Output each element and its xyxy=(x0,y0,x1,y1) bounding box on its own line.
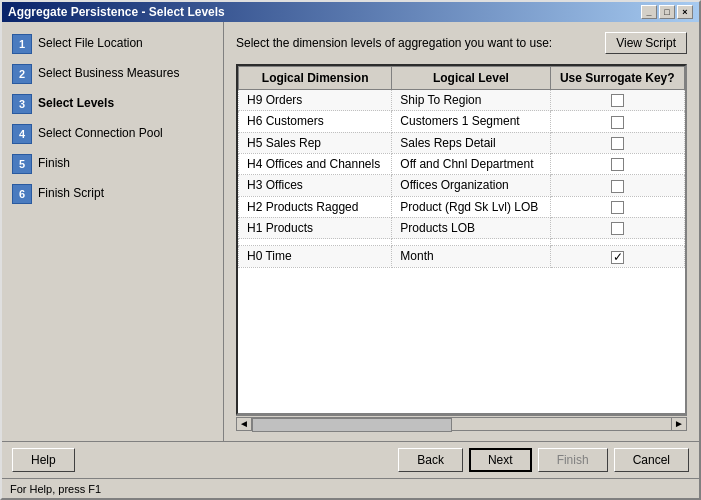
main-header: Select the dimension levels of aggregati… xyxy=(236,32,687,54)
back-button[interactable]: Back xyxy=(398,448,463,472)
table-header: Logical Dimension Logical Level Use Surr… xyxy=(239,67,685,90)
surrogate-key-cell[interactable] xyxy=(550,175,684,196)
sidebar-step-5[interactable]: 5Finish xyxy=(8,150,217,178)
sidebar: 1Select File Location2Select Business Me… xyxy=(2,22,224,441)
instruction-text: Select the dimension levels of aggregati… xyxy=(236,36,552,50)
sidebar-step-6[interactable]: 6Finish Script xyxy=(8,180,217,208)
surrogate-key-cell[interactable] xyxy=(550,246,684,267)
surrogate-key-cell[interactable] xyxy=(550,90,684,111)
level-cell: Off and Chnl Department xyxy=(392,153,550,174)
scroll-right-button[interactable]: ► xyxy=(671,417,687,431)
col-logical-level: Logical Level xyxy=(392,67,550,90)
table-row: H5 Sales RepSales Reps Detail xyxy=(239,132,685,153)
step-number-1: 1 xyxy=(12,34,32,54)
cancel-button[interactable]: Cancel xyxy=(614,448,689,472)
surrogate-key-checkbox[interactable] xyxy=(611,94,624,107)
table-row xyxy=(239,239,685,246)
surrogate-key-cell[interactable] xyxy=(550,111,684,132)
step-label-5: Finish xyxy=(38,154,70,172)
surrogate-key-cell[interactable] xyxy=(550,153,684,174)
maximize-button[interactable]: □ xyxy=(659,5,675,19)
dimension-cell: H6 Customers xyxy=(239,111,392,132)
dimension-cell: H2 Products Ragged xyxy=(239,196,392,217)
finish-button[interactable]: Finish xyxy=(538,448,608,472)
scroll-track[interactable] xyxy=(252,417,671,431)
table-body: H9 OrdersShip To RegionH6 CustomersCusto… xyxy=(239,90,685,268)
surrogate-key-cell[interactable] xyxy=(550,132,684,153)
help-button[interactable]: Help xyxy=(12,448,75,472)
table-row: H3 OfficesOffices Organization xyxy=(239,175,685,196)
sidebar-step-2[interactable]: 2Select Business Measures xyxy=(8,60,217,88)
surrogate-key-checkbox[interactable] xyxy=(611,137,624,150)
close-button[interactable]: × xyxy=(677,5,693,19)
level-cell: Customers 1 Segment xyxy=(392,111,550,132)
dimension-cell: H1 Products xyxy=(239,217,392,238)
dimension-cell: H5 Sales Rep xyxy=(239,132,392,153)
dimension-cell: H0 Time xyxy=(239,246,392,267)
content-area: 1Select File Location2Select Business Me… xyxy=(2,22,699,441)
level-cell: Ship To Region xyxy=(392,90,550,111)
table-row: H6 CustomersCustomers 1 Segment xyxy=(239,111,685,132)
surrogate-key-cell[interactable] xyxy=(550,196,684,217)
window-title: Aggregate Persistence - Select Levels xyxy=(8,5,225,19)
step-number-2: 2 xyxy=(12,64,32,84)
dimension-cell: H3 Offices xyxy=(239,175,392,196)
level-cell xyxy=(392,239,550,246)
table-row: H1 ProductsProducts LOB xyxy=(239,217,685,238)
main-window: Aggregate Persistence - Select Levels _ … xyxy=(0,0,701,500)
surrogate-key-checkbox[interactable] xyxy=(611,222,624,235)
view-script-button[interactable]: View Script xyxy=(605,32,687,54)
step-label-6: Finish Script xyxy=(38,184,104,202)
surrogate-key-cell[interactable] xyxy=(550,239,684,246)
level-cell: Month xyxy=(392,246,550,267)
next-button[interactable]: Next xyxy=(469,448,532,472)
minimize-button[interactable]: _ xyxy=(641,5,657,19)
col-surrogate-key: Use Surrogate Key? xyxy=(550,67,684,90)
surrogate-key-checkbox[interactable] xyxy=(611,116,624,129)
status-bar: For Help, press F1 xyxy=(2,478,699,498)
title-bar-buttons: _ □ × xyxy=(641,5,693,19)
sidebar-step-1[interactable]: 1Select File Location xyxy=(8,30,217,58)
level-cell: Sales Reps Detail xyxy=(392,132,550,153)
sidebar-step-3[interactable]: 3Select Levels xyxy=(8,90,217,118)
level-cell: Products LOB xyxy=(392,217,550,238)
main-panel: Select the dimension levels of aggregati… xyxy=(224,22,699,441)
scroll-thumb[interactable] xyxy=(252,418,452,432)
step-number-4: 4 xyxy=(12,124,32,144)
table-row: H4 Offices and ChannelsOff and Chnl Depa… xyxy=(239,153,685,174)
surrogate-key-checkbox[interactable] xyxy=(611,251,624,264)
bottom-bar: Help Back Next Finish Cancel xyxy=(2,441,699,478)
step-label-3: Select Levels xyxy=(38,94,114,112)
table-row: H0 TimeMonth xyxy=(239,246,685,267)
step-label-2: Select Business Measures xyxy=(38,64,179,82)
dimension-cell: H9 Orders xyxy=(239,90,392,111)
levels-table: Logical Dimension Logical Level Use Surr… xyxy=(238,66,685,268)
surrogate-key-cell[interactable] xyxy=(550,217,684,238)
levels-table-container[interactable]: Logical Dimension Logical Level Use Surr… xyxy=(236,64,687,415)
level-cell: Product (Rgd Sk Lvl) LOB xyxy=(392,196,550,217)
horizontal-scrollbar[interactable]: ◄ ► xyxy=(236,415,687,431)
surrogate-key-checkbox[interactable] xyxy=(611,158,624,171)
dimension-cell: H4 Offices and Channels xyxy=(239,153,392,174)
title-bar: Aggregate Persistence - Select Levels _ … xyxy=(2,2,699,22)
scroll-left-button[interactable]: ◄ xyxy=(236,417,252,431)
sidebar-step-4[interactable]: 4Select Connection Pool xyxy=(8,120,217,148)
step-label-4: Select Connection Pool xyxy=(38,124,163,142)
surrogate-key-checkbox[interactable] xyxy=(611,180,624,193)
navigation-buttons: Back Next Finish Cancel xyxy=(398,448,689,472)
step-number-5: 5 xyxy=(12,154,32,174)
status-text: For Help, press F1 xyxy=(10,483,101,495)
step-number-6: 6 xyxy=(12,184,32,204)
dimension-cell xyxy=(239,239,392,246)
table-row: H2 Products RaggedProduct (Rgd Sk Lvl) L… xyxy=(239,196,685,217)
surrogate-key-checkbox[interactable] xyxy=(611,201,624,214)
step-number-3: 3 xyxy=(12,94,32,114)
col-logical-dimension: Logical Dimension xyxy=(239,67,392,90)
level-cell: Offices Organization xyxy=(392,175,550,196)
table-row: H9 OrdersShip To Region xyxy=(239,90,685,111)
step-label-1: Select File Location xyxy=(38,34,143,52)
